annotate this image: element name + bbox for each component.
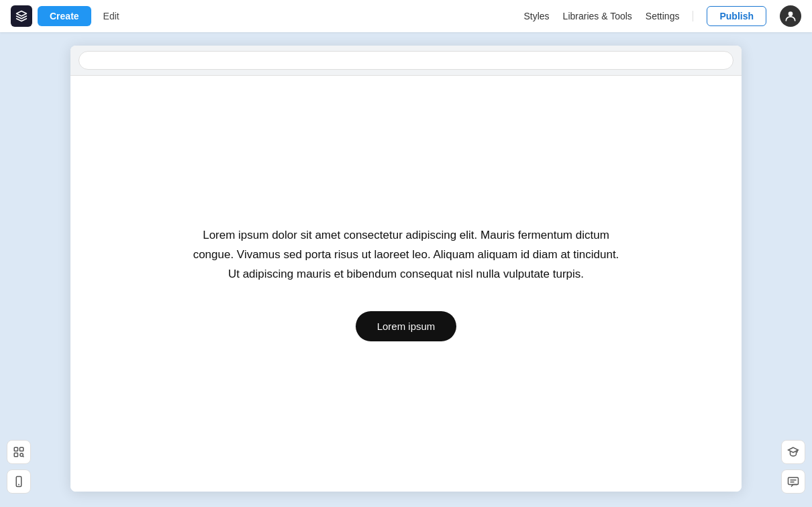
main-canvas-area: Lorem ipsum dolor sit amet consectetur a…: [0, 32, 812, 507]
navbar-right: Styles Libraries & Tools Settings Publis…: [523, 5, 801, 27]
logo[interactable]: [11, 5, 32, 27]
navbar-left: Create Edit: [11, 5, 126, 27]
svg-line-5: [23, 456, 24, 457]
nav-separator: [693, 11, 693, 21]
settings-link[interactable]: Settings: [646, 11, 680, 21]
mobile-icon[interactable]: [7, 469, 31, 494]
styles-link[interactable]: Styles: [523, 11, 549, 21]
libraries-tools-link[interactable]: Libraries & Tools: [563, 11, 632, 21]
svg-rect-9: [789, 477, 799, 485]
svg-rect-1: [14, 447, 17, 451]
browser-bar: [70, 46, 742, 76]
graduation-icon[interactable]: [781, 440, 805, 464]
svg-rect-3: [14, 453, 17, 457]
left-sidebar: [7, 440, 31, 494]
search-zoom-icon[interactable]: [7, 440, 31, 464]
svg-point-0: [789, 11, 793, 16]
svg-point-4: [20, 453, 23, 457]
edit-button[interactable]: Edit: [97, 6, 126, 26]
canvas-content: Lorem ipsum dolor sit amet consectetur a…: [70, 76, 742, 492]
lorem-ipsum-button[interactable]: Lorem ipsum: [356, 311, 457, 341]
canvas-frame: Lorem ipsum dolor sit amet consectetur a…: [70, 46, 742, 492]
url-bar[interactable]: [79, 51, 733, 70]
svg-rect-2: [20, 447, 23, 451]
create-button[interactable]: Create: [38, 6, 91, 26]
publish-button[interactable]: Publish: [707, 6, 766, 26]
body-text: Lorem ipsum dolor sit amet consectetur a…: [191, 226, 621, 284]
navbar: Create Edit Styles Libraries & Tools Set…: [0, 0, 812, 32]
chat-icon[interactable]: [781, 469, 805, 494]
avatar[interactable]: [780, 5, 801, 27]
right-sidebar: [781, 440, 805, 494]
